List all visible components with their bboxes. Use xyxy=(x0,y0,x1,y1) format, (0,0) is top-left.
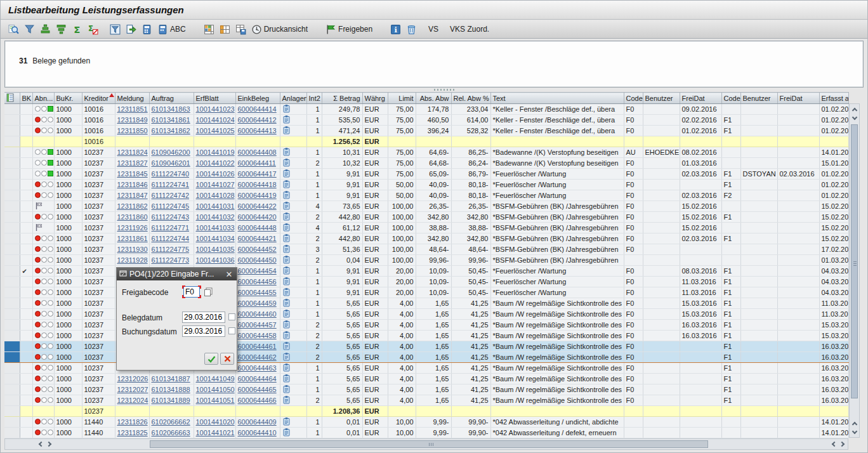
cell-anl[interactable] xyxy=(280,320,306,331)
attachment-icon[interactable] xyxy=(282,322,291,330)
ein-link[interactable]: 6000644450 xyxy=(238,256,277,264)
row-select-cell[interactable] xyxy=(4,298,20,309)
close-icon[interactable]: ✕ xyxy=(224,270,234,279)
attachment-icon[interactable] xyxy=(282,236,291,244)
auf-link[interactable]: 6102066663 xyxy=(152,429,190,437)
attachment-icon[interactable] xyxy=(282,387,291,395)
ein-link[interactable]: 6000644412 xyxy=(238,116,277,124)
calculate-abc-button[interactable]: ABC xyxy=(155,22,188,36)
attachment-icon[interactable] xyxy=(282,247,291,254)
col-header-b2[interactable]: Benutzer xyxy=(740,93,777,104)
confirm-button[interactable] xyxy=(204,353,218,365)
mel-link[interactable]: 12311926 xyxy=(117,224,148,232)
erf-link[interactable]: 1001441022 xyxy=(196,159,235,167)
row-select-cell[interactable] xyxy=(4,255,20,266)
ein-link[interactable]: 6000644458 xyxy=(238,332,277,339)
row-select-cell[interactable] xyxy=(4,395,20,406)
cell-anl[interactable] xyxy=(280,255,306,266)
export-button[interactable] xyxy=(123,22,139,36)
belegdatum-checkbox[interactable] xyxy=(228,313,235,320)
row-select-cell[interactable] xyxy=(4,126,20,136)
horizontal-scrollbar[interactable] xyxy=(4,438,848,450)
mel-link[interactable]: 12311930 xyxy=(117,246,148,253)
print-preview-button[interactable]: Druckansicht xyxy=(249,22,310,36)
auf-link[interactable]: 6109046200 xyxy=(152,148,190,156)
row-select-cell[interactable] xyxy=(4,320,20,331)
ein-link[interactable]: 6000644410 xyxy=(238,429,277,437)
row-select-cell[interactable] xyxy=(4,104,20,115)
scroll-up-button-bottom[interactable] xyxy=(850,419,859,428)
erf-link[interactable]: 1001441036 xyxy=(196,256,235,264)
cell-anl[interactable] xyxy=(280,158,306,169)
cell-anl[interactable] xyxy=(280,352,306,363)
col-header-bukr[interactable]: BuKr. xyxy=(54,93,82,104)
auf-link[interactable]: 6111224773 xyxy=(152,256,190,264)
cell-anl[interactable] xyxy=(280,374,306,384)
ein-link[interactable]: 6000644461 xyxy=(238,343,277,350)
auf-link[interactable]: 6102066662 xyxy=(152,418,190,426)
attachment-icon[interactable] xyxy=(282,182,291,190)
col-header-c1[interactable]: Code xyxy=(624,93,643,104)
erf-link[interactable]: 1001441051 xyxy=(196,397,235,404)
scroll-left-button[interactable] xyxy=(36,440,45,449)
col-header-sel[interactable] xyxy=(4,93,20,104)
ein-link[interactable]: 6000644419 xyxy=(238,192,277,199)
attachment-icon[interactable] xyxy=(282,107,291,114)
ein-link[interactable]: 6000644466 xyxy=(238,397,277,404)
erf-link[interactable]: 1001441032 xyxy=(196,213,235,221)
auf-link[interactable]: 6101341862 xyxy=(152,127,190,135)
attachment-icon[interactable] xyxy=(282,128,291,136)
ein-link[interactable]: 6000644422 xyxy=(238,202,277,210)
cell-anl[interactable] xyxy=(280,115,306,126)
cell-anl[interactable] xyxy=(280,223,306,233)
col-header-lim[interactable]: Limit xyxy=(388,93,416,104)
cell-anl[interactable] xyxy=(280,244,306,255)
ein-link[interactable]: 6000644455 xyxy=(238,289,277,296)
erf-link[interactable]: 1001441027 xyxy=(196,181,235,188)
attachment-icon[interactable] xyxy=(282,333,291,341)
auf-link[interactable]: 6101341887 xyxy=(152,375,190,383)
row-select-cell[interactable] xyxy=(4,136,20,147)
ein-link[interactable]: 6000644421 xyxy=(238,235,277,242)
auf-link[interactable]: 6101341861 xyxy=(152,116,190,124)
erf-link[interactable]: 1001441028 xyxy=(196,192,235,199)
ein-link[interactable]: 6000644454 xyxy=(238,267,277,275)
mel-link[interactable]: 12311860 xyxy=(117,213,148,221)
mel-link[interactable]: 12311845 xyxy=(117,170,148,178)
attachment-icon[interactable] xyxy=(282,312,291,319)
row-select-cell[interactable] xyxy=(4,331,20,341)
buchungsdatum-checkbox[interactable] xyxy=(228,327,235,334)
ein-link[interactable]: 6000644409 xyxy=(238,418,277,426)
ein-link[interactable]: 6000644465 xyxy=(238,386,277,393)
cell-anl[interactable] xyxy=(280,363,306,374)
attachment-icon[interactable] xyxy=(282,290,291,298)
release-button[interactable]: Freigeben xyxy=(323,22,375,36)
attachment-icon[interactable] xyxy=(282,344,291,351)
cell-anl[interactable] xyxy=(280,309,306,320)
col-header-rel[interactable]: Rel. Abw % xyxy=(451,93,490,104)
col-header-mel[interactable]: Meldung xyxy=(115,93,149,104)
dialog-title-bar[interactable]: PO4(1)/220 Eingabe Fr... ✕ xyxy=(117,268,237,280)
row-select-cell[interactable] xyxy=(4,244,20,255)
erf-link[interactable]: 1001441049 xyxy=(196,375,235,383)
ein-link[interactable]: 6000644463 xyxy=(238,364,277,372)
mel-link[interactable]: 12311849 xyxy=(117,116,148,124)
cancel-button[interactable] xyxy=(220,353,234,365)
attachment-icon[interactable] xyxy=(282,204,291,211)
horizontal-scroll-thumb[interactable] xyxy=(150,440,708,448)
attachment-icon[interactable] xyxy=(282,214,291,222)
col-header-d2[interactable]: FreiDat xyxy=(777,93,819,104)
row-select-cell[interactable] xyxy=(4,352,20,363)
cell-anl[interactable] xyxy=(280,341,306,352)
col-header-b1[interactable]: Benutzer xyxy=(643,93,680,104)
erf-link[interactable]: 1001441024 xyxy=(196,116,235,124)
auf-link[interactable]: 6111224745 xyxy=(152,202,190,210)
col-header-erf[interactable]: ErfBlatt xyxy=(194,93,235,104)
erf-link[interactable]: 1001441020 xyxy=(196,418,235,426)
sort-descending-button[interactable] xyxy=(53,22,69,36)
cell-anl[interactable] xyxy=(280,417,306,428)
row-select-cell[interactable] xyxy=(4,374,20,384)
mel-link[interactable]: 12312024 xyxy=(117,397,148,404)
erf-link[interactable]: 1001441034 xyxy=(196,235,235,242)
row-select-cell[interactable] xyxy=(4,115,20,126)
